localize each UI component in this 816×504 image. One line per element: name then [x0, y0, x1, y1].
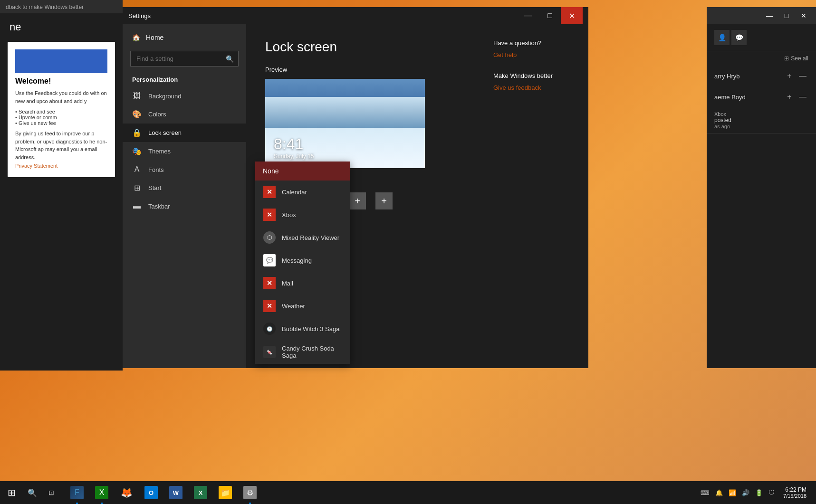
- feedback-card-heading: Welcome!: [15, 77, 107, 86]
- give-feedback-link[interactable]: Give us feedback: [493, 84, 541, 91]
- keyboard-icon[interactable]: ⌨: [698, 489, 712, 496]
- sidebar-item-label-start: Start: [148, 184, 161, 191]
- contact-item-2: aeme Boyd + —: [707, 86, 816, 107]
- settings-search-input[interactable]: [130, 51, 239, 67]
- dropdown-item-messaging[interactable]: 💬 Messaging: [255, 249, 350, 272]
- firefox-icon: 🦊: [120, 486, 133, 499]
- taskbar-app-xbox[interactable]: X: [89, 481, 114, 504]
- get-help-link[interactable]: Get help: [493, 51, 517, 58]
- sidebar-item-label-themes: Themes: [148, 148, 171, 155]
- right-panel-maximize[interactable]: □: [778, 9, 795, 22]
- task-view-button[interactable]: ⊡: [42, 481, 61, 504]
- volume-icon[interactable]: 🔊: [739, 489, 752, 496]
- sidebar-item-fonts[interactable]: A Fonts: [123, 161, 246, 179]
- feedback-hub-panel: dback to make Windows better ne Welcome!…: [0, 0, 123, 371]
- settings-titlebar: Settings — □ ✕: [123, 7, 588, 24]
- maximize-button[interactable]: □: [539, 7, 561, 24]
- feedback-section: Make Windows better Give us feedback: [493, 72, 579, 92]
- start-button[interactable]: ⊞: [0, 481, 23, 504]
- sidebar-item-themes[interactable]: 🎭 Themes: [123, 142, 246, 161]
- taskbar-app-outlook[interactable]: O: [139, 481, 163, 504]
- chat-icon[interactable]: 💬: [731, 30, 747, 45]
- system-clock[interactable]: 6:22 PM 7/15/2018: [778, 486, 812, 499]
- sidebar-item-lock-screen[interactable]: 🔒 Lock screen: [123, 124, 246, 142]
- grid-icon: ⊞: [784, 55, 789, 62]
- sidebar-item-background[interactable]: 🖼 Background: [123, 87, 246, 105]
- taskbar-app-forza[interactable]: F: [65, 481, 89, 504]
- contact-remove-icon-2[interactable]: —: [797, 91, 808, 103]
- sidebar-item-label-colors: Colors: [148, 111, 166, 118]
- privacy-link[interactable]: Privacy Statement: [15, 163, 58, 169]
- feedback-bullet-3: Give us new fee: [15, 120, 107, 126]
- right-social-panel: — □ ✕ 👤 💬 ⊞ See all arry Hryb + — aeme B…: [707, 7, 816, 368]
- contact-remove-icon-1[interactable]: —: [797, 70, 808, 82]
- feedback-card-bullets: Search and see Upvote or comm Give us ne…: [15, 109, 107, 126]
- taskbar-app-settings[interactable]: ⚙: [238, 481, 262, 504]
- right-panel-titlebar: — □ ✕: [707, 7, 816, 24]
- sidebar-item-taskbar[interactable]: ▬ Taskbar: [123, 197, 246, 215]
- xbox-label: Xbox: [282, 211, 296, 219]
- word-icon: W: [169, 486, 182, 499]
- battery-icon[interactable]: 🔋: [752, 489, 766, 496]
- notification-icon[interactable]: 🔔: [712, 489, 726, 496]
- notif-app-label: Xbox: [714, 111, 808, 117]
- dropdown-item-mail[interactable]: ✕ Mail: [255, 272, 350, 295]
- feedback-hub-subtitle: dback to make Windows better: [6, 4, 84, 10]
- explorer-icon: 📁: [219, 486, 232, 499]
- dropdown-item-candy-crush[interactable]: 🍬 Candy Crush Soda Saga: [255, 340, 350, 364]
- sidebar-item-label-fonts: Fonts: [148, 166, 164, 173]
- taskbar-app-excel[interactable]: X: [188, 481, 213, 504]
- home-label: Home: [146, 34, 163, 41]
- right-panel-close[interactable]: ✕: [795, 9, 812, 22]
- dropdown-item-bubble-witch[interactable]: 🕐 Bubble Witch 3 Saga: [255, 317, 350, 340]
- settings-sidebar: 🏠 Home 🔍 Personalization 🖼 Background 🎨 …: [123, 24, 246, 368]
- right-panel-tool-icons: 👤 💬: [707, 24, 816, 51]
- taskbar-app-word[interactable]: W: [163, 481, 188, 504]
- feedback-hub-card: Welcome! Use the Feedback you could do w…: [8, 42, 115, 177]
- messaging-bubble-icon: 💬: [263, 254, 276, 266]
- add-app-button-2[interactable]: +: [375, 192, 393, 209]
- candy-crush-icon-container: 🍬: [263, 345, 276, 359]
- dropdown-item-xbox[interactable]: ✕ Xbox: [255, 203, 350, 226]
- home-icon: 🏠: [132, 34, 140, 41]
- sidebar-item-label-taskbar: Taskbar: [148, 203, 170, 210]
- contact-add-icon-2[interactable]: +: [784, 91, 795, 103]
- people-icon[interactable]: 👤: [714, 30, 730, 45]
- contact-name-1: arry Hryb: [714, 73, 739, 80]
- minimize-button[interactable]: —: [517, 7, 539, 24]
- sidebar-item-label-lock-screen: Lock screen: [148, 129, 182, 136]
- feedback-hub-title: ne: [0, 13, 123, 37]
- contact-actions-2: + —: [784, 91, 808, 103]
- background-icon: 🖼: [132, 92, 142, 100]
- see-all-row: ⊞ See all: [707, 51, 816, 66]
- notification-item-1: Xbox posted as ago: [707, 107, 816, 133]
- taskbar-system-tray: ⌨ 🔔 📶 🔊 🔋 🛡 6:22 PM 7/15/2018: [698, 486, 816, 499]
- lock-icon: 🔒: [132, 128, 142, 137]
- sidebar-home-button[interactable]: 🏠 Home: [123, 28, 246, 47]
- right-panel-minimize[interactable]: —: [761, 9, 778, 22]
- preview-date: Sunday, July 15: [274, 153, 314, 160]
- network-icon[interactable]: 📶: [726, 489, 739, 496]
- close-button[interactable]: ✕: [561, 7, 583, 24]
- dropdown-item-weather[interactable]: ✕ Weather: [255, 295, 350, 317]
- dropdown-item-mixed-reality[interactable]: ⬡ Mixed Reality Viewer: [255, 226, 350, 249]
- see-all-label[interactable]: See all: [791, 55, 808, 62]
- feedback-card-desc: Use the Feedback you could do with on ne…: [15, 89, 107, 105]
- weather-label: Weather: [282, 303, 305, 310]
- settings-info-panel: Have a question? Get help Make Windows b…: [484, 24, 588, 368]
- time-display: 6:22 PM: [783, 486, 806, 493]
- dropdown-item-calendar[interactable]: ✕ Calendar: [255, 181, 350, 203]
- add-app-button-1[interactable]: +: [349, 192, 366, 209]
- preview-time: 8:41: [274, 135, 303, 153]
- outlook-icon: O: [144, 486, 158, 499]
- contact-add-icon-1[interactable]: +: [784, 70, 795, 82]
- sidebar-item-colors[interactable]: 🎨 Colors: [123, 105, 246, 124]
- dropdown-item-none[interactable]: None: [255, 162, 350, 181]
- colors-icon: 🎨: [132, 110, 142, 119]
- taskbar-app-explorer[interactable]: 📁: [213, 481, 238, 504]
- bubble-witch-label: Bubble Witch 3 Saga: [282, 325, 339, 333]
- taskbar-app-firefox[interactable]: 🦊: [114, 481, 139, 504]
- sidebar-item-start[interactable]: ⊞ Start: [123, 179, 246, 197]
- search-button[interactable]: 🔍: [23, 481, 42, 504]
- calendar-label: Calendar: [282, 189, 307, 196]
